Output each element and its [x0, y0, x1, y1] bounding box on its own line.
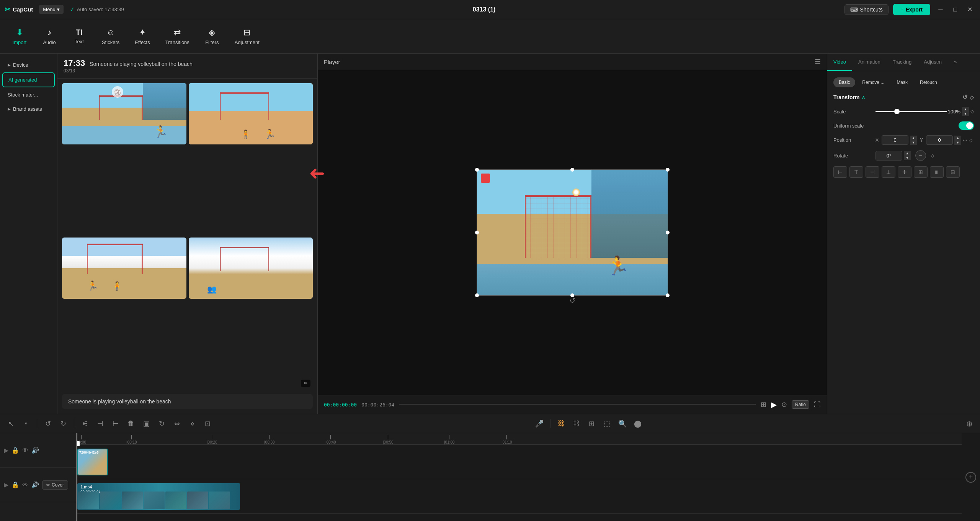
scale-diamond[interactable]: ◇ [970, 109, 974, 114]
tab-animation[interactable]: Animation [852, 54, 887, 71]
left-item-stock[interactable]: Stock mater... [2, 88, 55, 102]
pos-x-spinner[interactable]: ▲ ▼ [910, 136, 917, 145]
pos-diamond[interactable]: ◇ [969, 138, 972, 143]
link-icon[interactable]: ⇔ [963, 137, 967, 143]
split-keep-left[interactable]: ⊣ [94, 418, 106, 430]
close-button[interactable]: ✕ [964, 4, 975, 15]
player-menu-icon[interactable]: ☰ [815, 57, 821, 66]
handle-top-right[interactable] [666, 168, 670, 172]
rotate-diamond[interactable]: ◇ [931, 153, 934, 158]
loop-tool[interactable]: ↻ [155, 418, 168, 430]
pos-y-up[interactable]: ▲ [954, 136, 961, 140]
trim-tool[interactable]: ⊡ [201, 418, 214, 430]
tool-transitions[interactable]: ⇄ Transitions [159, 25, 196, 48]
tool-stickers[interactable]: ☺ Stickers [96, 25, 126, 48]
scale-down[interactable]: ▼ [962, 111, 969, 116]
maximize-button[interactable]: □ [949, 4, 961, 15]
scale-spinner[interactable]: ▲ ▼ [962, 107, 969, 116]
menu-button[interactable]: Menu ▾ [39, 5, 64, 14]
align-distribute-h[interactable]: ⫼ [930, 166, 944, 178]
rotate-up[interactable]: ▲ [904, 151, 911, 156]
scale-slider[interactable] [875, 111, 947, 112]
playhead[interactable] [77, 445, 77, 521]
align-right[interactable]: ⊣ [866, 166, 879, 178]
tool-text[interactable]: TI Text [66, 25, 93, 48]
tool-import[interactable]: ⬇ Import [6, 25, 33, 48]
pos-y-input[interactable] [926, 135, 953, 145]
tool-filters[interactable]: ◈ Filters [199, 25, 225, 48]
chain-button[interactable]: ⛓ [570, 418, 583, 430]
left-item-brand[interactable]: ▶ Brand assets [2, 102, 55, 116]
redo-button[interactable]: ↻ [57, 418, 69, 430]
crop-tool[interactable]: ▣ [140, 418, 152, 430]
tool-effects[interactable]: ✦ Effects [129, 25, 156, 48]
track-lock-icon[interactable]: 🔒 [11, 447, 19, 454]
media-thumb-4[interactable]: 👥 [189, 238, 313, 299]
handle-bottom-right[interactable] [666, 293, 670, 297]
zoom-out-button[interactable]: 🔍 [616, 418, 629, 430]
handle-right-mid[interactable] [666, 231, 670, 234]
minimize-button[interactable]: ─ [935, 4, 946, 15]
progress-bar[interactable] [399, 404, 756, 405]
transform-diamond[interactable]: ◇ [970, 94, 974, 100]
media-thumb-1[interactable]: 🏃 🏐 [62, 83, 186, 144]
rotate-handle[interactable]: ↺ [570, 297, 575, 305]
handle-top-left[interactable] [475, 168, 479, 172]
player-video-area[interactable]: 🏃 ↺ [477, 169, 668, 296]
media-thumb-2[interactable]: 🏃 🧍 [189, 83, 313, 144]
tab-video[interactable]: Video [827, 54, 852, 71]
pos-y-down[interactable]: ▼ [954, 140, 961, 145]
align-top[interactable]: ⊤ [849, 166, 863, 178]
zoom-fit-button[interactable]: ⊕ [963, 418, 975, 430]
media-thumb-3[interactable]: 🏃 🧍 [62, 238, 186, 299]
cover-label[interactable]: ✏ Cover [42, 480, 68, 490]
ratio-button[interactable]: Ratio [792, 400, 809, 409]
delete-tool[interactable]: 🗑 [125, 418, 137, 430]
uniform-toggle[interactable] [959, 121, 974, 130]
subtab-mask[interactable]: Mask [891, 77, 913, 87]
rotate-input[interactable] [875, 151, 902, 161]
fullframe-icon[interactable]: ⊙ [781, 400, 787, 409]
pos-x-up[interactable]: ▲ [910, 136, 917, 140]
split-tool[interactable]: ⚟ [79, 418, 91, 430]
track-eye-icon[interactable]: 👁 [22, 447, 28, 454]
grid-icon[interactable]: ⊞ [761, 400, 766, 409]
main-eye-icon[interactable]: 👁 [22, 482, 28, 488]
ai-clip[interactable]: 72664b42e5 [77, 449, 108, 475]
mic-button[interactable]: 🎤 [533, 418, 546, 430]
scale-up[interactable]: ▲ [962, 107, 969, 111]
undo-button[interactable]: ↺ [42, 418, 54, 430]
align-distribute-v[interactable]: ⊟ [946, 166, 960, 178]
rotate-spinner[interactable]: ▲ ▼ [904, 151, 911, 160]
subtab-retouch[interactable]: Retouch [915, 77, 942, 87]
align-timeline-button[interactable]: ⊞ [586, 418, 598, 430]
split-keep-right[interactable]: ⊢ [109, 418, 122, 430]
pos-x-input[interactable] [882, 135, 908, 145]
marker-button[interactable]: ⬤ [632, 418, 644, 430]
rotate-circle-button[interactable]: − [915, 150, 926, 161]
subtab-remove[interactable]: Remove ... [857, 77, 890, 87]
main-audio-icon[interactable]: 🔊 [31, 481, 39, 488]
tab-adjustm[interactable]: Adjustm [918, 54, 948, 71]
rotate-down[interactable]: ▼ [904, 156, 911, 160]
mirror-h-tool[interactable]: ⇔ [171, 418, 183, 430]
fullscreen-button[interactable]: ⛶ [814, 401, 821, 409]
left-item-ai-generated[interactable]: AI generated [2, 72, 55, 87]
tool-audio[interactable]: ♪ Audio [36, 25, 63, 48]
align-center-v[interactable]: ⊞ [914, 166, 928, 178]
link-clips-button[interactable]: ⛓ [555, 418, 567, 430]
subtitle-button[interactable]: ⬚ [601, 418, 613, 430]
subtab-basic[interactable]: Basic [833, 77, 855, 87]
align-center-h[interactable]: ✛ [898, 166, 911, 178]
handle-bottom-left[interactable] [475, 293, 479, 297]
reset-icon[interactable]: ↺ [962, 93, 967, 101]
pos-x-down[interactable]: ▼ [910, 140, 917, 145]
mirror-v-tool[interactable]: ⋄ [186, 418, 198, 430]
shortcuts-button[interactable]: ⌨ Shortcuts [844, 4, 889, 15]
select-tool[interactable]: ↖ [5, 418, 17, 430]
align-bottom[interactable]: ⊥ [882, 166, 895, 178]
main-lock-icon[interactable]: 🔒 [11, 481, 19, 488]
transform-chevron[interactable]: ∧ [862, 95, 865, 100]
add-track-button[interactable]: + [965, 472, 976, 483]
select-dropdown[interactable]: ▾ [20, 418, 32, 430]
